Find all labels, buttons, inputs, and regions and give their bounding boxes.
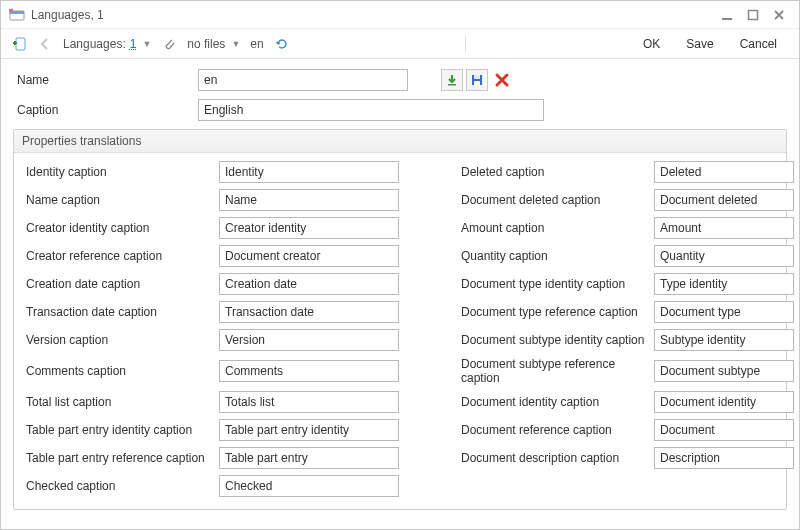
properties-translations-group: Properties translations Identity caption… bbox=[13, 129, 787, 510]
field-label: Transaction date caption bbox=[24, 305, 219, 319]
field-input[interactable] bbox=[219, 447, 399, 469]
breadcrumb-label: Languages: bbox=[63, 37, 126, 51]
field-input[interactable] bbox=[654, 301, 794, 323]
field-label: Table part entry reference caption bbox=[24, 451, 219, 465]
svg-rect-6 bbox=[448, 84, 456, 86]
save-button[interactable]: Save bbox=[686, 37, 713, 51]
field-label: Document reference caption bbox=[459, 423, 654, 437]
field-label: Document type reference caption bbox=[459, 305, 654, 319]
field-label: Document identity caption bbox=[459, 395, 654, 409]
field-label: Table part entry identity caption bbox=[24, 423, 219, 437]
app-icon bbox=[9, 7, 25, 23]
field-input[interactable] bbox=[219, 217, 399, 239]
field-input[interactable] bbox=[219, 475, 399, 497]
field-label: Deleted caption bbox=[459, 165, 654, 179]
field-input[interactable] bbox=[654, 419, 794, 441]
row-name: Name bbox=[13, 69, 787, 91]
delete-button[interactable] bbox=[491, 69, 513, 91]
svg-rect-3 bbox=[722, 18, 732, 20]
files-dropdown[interactable]: no files ▼ bbox=[187, 37, 240, 51]
svg-rect-8 bbox=[474, 75, 480, 79]
close-button[interactable] bbox=[767, 6, 791, 24]
properties-grid: Identity captionDeleted captionName capt… bbox=[24, 161, 776, 497]
field-label: Identity caption bbox=[24, 165, 219, 179]
field-label: Name caption bbox=[24, 193, 219, 207]
group-legend: Properties translations bbox=[14, 130, 786, 153]
field-label: Version caption bbox=[24, 333, 219, 347]
ok-button[interactable]: OK bbox=[643, 37, 660, 51]
field-input[interactable] bbox=[654, 217, 794, 239]
paperclip-icon[interactable] bbox=[161, 36, 177, 52]
caption-input[interactable] bbox=[198, 99, 544, 121]
download-button[interactable] bbox=[441, 69, 463, 91]
toolbar-separator bbox=[465, 35, 466, 53]
maximize-button[interactable] bbox=[741, 6, 765, 24]
field-input[interactable] bbox=[654, 189, 794, 211]
chevron-down-icon[interactable]: ▼ bbox=[142, 39, 151, 49]
svg-rect-9 bbox=[474, 81, 480, 85]
field-input[interactable] bbox=[654, 391, 794, 413]
field-input[interactable] bbox=[219, 329, 399, 351]
titlebar: Languages, 1 bbox=[1, 1, 799, 29]
field-input[interactable] bbox=[654, 161, 794, 183]
chevron-down-icon: ▼ bbox=[231, 39, 240, 49]
field-label: Document deleted caption bbox=[459, 193, 654, 207]
name-label: Name bbox=[13, 73, 198, 87]
field-label: Document description caption bbox=[459, 451, 654, 465]
field-input[interactable] bbox=[219, 189, 399, 211]
language-indicator[interactable]: en bbox=[250, 37, 263, 51]
svg-rect-5 bbox=[16, 38, 25, 50]
field-label: Creation date caption bbox=[24, 277, 219, 291]
caption-label: Caption bbox=[13, 103, 198, 117]
toolbar-actions: OK Save Cancel bbox=[643, 37, 789, 51]
window-title: Languages, 1 bbox=[31, 8, 104, 22]
field-label: Document subtype reference caption bbox=[459, 357, 654, 385]
new-record-icon[interactable] bbox=[11, 36, 27, 52]
field-input[interactable] bbox=[654, 273, 794, 295]
breadcrumb: Languages: 1 ▼ bbox=[63, 37, 151, 51]
field-input[interactable] bbox=[654, 245, 794, 267]
window-root: Languages, 1 Languages: 1 ▼ bbox=[0, 0, 800, 530]
field-input[interactable] bbox=[219, 245, 399, 267]
field-label: Document subtype identity caption bbox=[459, 333, 654, 347]
name-input[interactable] bbox=[198, 69, 408, 91]
field-input[interactable] bbox=[219, 161, 399, 183]
toolbar: Languages: 1 ▼ no files ▼ en OK Save Can… bbox=[1, 29, 799, 59]
field-label: Document type identity caption bbox=[459, 277, 654, 291]
save-file-button[interactable] bbox=[466, 69, 488, 91]
field-label: Amount caption bbox=[459, 221, 654, 235]
back-icon[interactable] bbox=[37, 36, 53, 52]
field-label: Creator reference caption bbox=[24, 249, 219, 263]
breadcrumb-link[interactable]: 1 bbox=[130, 37, 137, 51]
row-caption: Caption bbox=[13, 99, 787, 121]
field-label: Checked caption bbox=[24, 479, 219, 493]
svg-rect-4 bbox=[749, 10, 758, 19]
field-input[interactable] bbox=[654, 360, 794, 382]
minimize-button[interactable] bbox=[715, 6, 739, 24]
cancel-button[interactable]: Cancel bbox=[740, 37, 777, 51]
form-body: Name Caption Properties translations Ide… bbox=[1, 59, 799, 529]
field-input[interactable] bbox=[219, 419, 399, 441]
field-input[interactable] bbox=[219, 360, 399, 382]
field-input[interactable] bbox=[654, 447, 794, 469]
field-input[interactable] bbox=[219, 301, 399, 323]
field-input[interactable] bbox=[219, 273, 399, 295]
field-label: Creator identity caption bbox=[24, 221, 219, 235]
field-label: Quantity caption bbox=[459, 249, 654, 263]
field-label: Total list caption bbox=[24, 395, 219, 409]
field-input[interactable] bbox=[219, 391, 399, 413]
field-input[interactable] bbox=[654, 329, 794, 351]
files-label: no files bbox=[187, 37, 225, 51]
field-label: Comments caption bbox=[24, 364, 219, 378]
refresh-icon[interactable] bbox=[274, 36, 290, 52]
